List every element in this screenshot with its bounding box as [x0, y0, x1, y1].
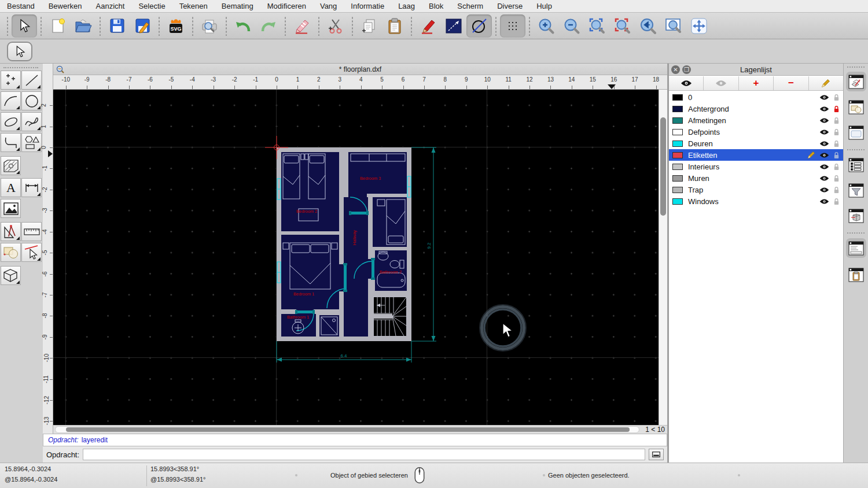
menu-item-modificeren[interactable]: Modificeren — [267, 2, 306, 10]
zoom-previous-button[interactable] — [635, 14, 661, 38]
block-tools[interactable] — [1, 243, 21, 262]
dock-handle[interactable] — [847, 66, 865, 68]
save-as-button[interactable] — [130, 14, 155, 38]
layer-lock-icon[interactable] — [833, 94, 840, 101]
menu-item-vang[interactable]: Vang — [320, 2, 337, 10]
add-layer-button[interactable]: + — [739, 76, 774, 90]
layer-color-swatch[interactable] — [672, 198, 683, 205]
hide-all-layers-button[interactable] — [704, 76, 738, 90]
edit-layer-button[interactable] — [809, 76, 843, 90]
modify-tools[interactable] — [21, 243, 42, 262]
layer-lock-icon[interactable] — [833, 128, 840, 136]
text-tool[interactable]: A — [1, 178, 21, 197]
layer-color-swatch[interactable] — [672, 94, 683, 101]
menu-item-aanzicht[interactable]: Aanzicht — [96, 2, 125, 10]
layer-lock-icon[interactable] — [833, 175, 840, 182]
property-list-dock-button[interactable] — [846, 155, 866, 175]
circle-tool-button[interactable] — [466, 14, 492, 38]
layer-color-swatch[interactable] — [672, 117, 683, 124]
layer-color-swatch[interactable] — [672, 164, 683, 170]
zoom-in-button[interactable] — [534, 14, 559, 38]
spline-tool[interactable] — [21, 112, 42, 131]
layer-row-Afmetingen[interactable]: Afmetingen — [669, 114, 843, 126]
circle-tool[interactable] — [21, 91, 42, 110]
block-list-dock-button[interactable] — [846, 97, 866, 117]
drawing-canvas[interactable]: Bedroom 2 Bedroom 3 Bedroom 1 Bathroom 1… — [53, 90, 659, 425]
horizontal-scrollbar-thumb[interactable] — [66, 427, 630, 432]
layer-color-swatch[interactable] — [672, 187, 683, 193]
layer-row-Deuren[interactable]: Deuren — [669, 138, 843, 149]
layer-row-Trap[interactable]: Trap — [669, 184, 843, 195]
copy-button[interactable] — [356, 14, 382, 38]
pen-edit-button[interactable] — [415, 14, 441, 38]
layer-visible-eye-icon[interactable] — [819, 187, 829, 193]
library-dock-button[interactable] — [846, 206, 866, 225]
layer-visible-eye-icon[interactable] — [819, 129, 829, 135]
layer-color-swatch[interactable] — [672, 152, 683, 158]
layer-visible-eye-icon[interactable] — [819, 152, 829, 158]
layer-list-dock-button[interactable] — [846, 72, 866, 91]
layer-row-Etiketten[interactable]: Etiketten — [669, 149, 843, 161]
menu-item-laag[interactable]: Laag — [398, 2, 415, 10]
redo-button[interactable] — [256, 14, 281, 38]
drawing-window-titlebar[interactable]: * floorplan.dxf — [53, 64, 667, 75]
zoom-selection-button[interactable] — [610, 14, 635, 38]
layer-lock-icon[interactable] — [833, 186, 840, 194]
menu-item-blok[interactable]: Blok — [429, 2, 443, 10]
select-tool-button[interactable] — [12, 14, 37, 38]
arc-tool[interactable] — [1, 91, 21, 110]
menu-item-diverse[interactable]: Diverse — [497, 2, 523, 10]
ellipse-tool[interactable] — [1, 112, 21, 131]
layer-visible-eye-icon[interactable] — [819, 198, 829, 205]
vertical-scrollbar-thumb[interactable] — [660, 117, 666, 216]
undo-button[interactable] — [230, 14, 256, 38]
layer-lock-icon[interactable] — [833, 105, 840, 113]
layer-row-Muren[interactable]: Muren — [669, 172, 843, 184]
layer-visible-eye-icon[interactable] — [819, 175, 829, 182]
solid-3d-tool[interactable] — [1, 266, 21, 285]
layer-row-Defpoints[interactable]: Defpoints — [669, 126, 843, 138]
menu-item-scherm[interactable]: Scherm — [457, 2, 483, 10]
line-tool-button[interactable] — [441, 14, 466, 38]
layer-row-Interieurs[interactable]: Interieurs — [669, 161, 843, 172]
palette-handle[interactable] — [3, 67, 38, 68]
image-tool[interactable] — [1, 199, 21, 218]
dimension-tool[interactable] — [21, 178, 42, 197]
layer-edit-pencil-icon[interactable] — [807, 151, 815, 159]
menu-item-hulp[interactable]: Hulp — [536, 2, 552, 10]
command-input[interactable] — [83, 449, 645, 460]
layer-lock-icon[interactable] — [833, 140, 840, 147]
layer-lock-icon[interactable] — [833, 198, 840, 205]
draw-misc-tool[interactable] — [1, 222, 21, 241]
view-dock-button[interactable] — [846, 123, 866, 142]
pan-button[interactable] — [686, 14, 712, 38]
print-preview-button[interactable] — [197, 14, 222, 38]
zoom-auto-button[interactable] — [584, 14, 610, 38]
vertical-scrollbar[interactable] — [659, 90, 667, 425]
layer-lock-icon[interactable] — [833, 151, 840, 159]
paste-button[interactable] — [382, 14, 407, 38]
layer-row-0[interactable]: 0 — [669, 91, 843, 103]
show-all-layers-button[interactable] — [669, 76, 704, 90]
measure-tool[interactable] — [21, 222, 42, 241]
open-file-button[interactable] — [71, 14, 96, 38]
layer-row-Windows[interactable]: Windows — [669, 195, 843, 207]
menu-item-bemating[interactable]: Bemating — [222, 2, 253, 10]
layer-color-swatch[interactable] — [672, 175, 683, 182]
polyline-tool[interactable] — [1, 133, 21, 152]
layer-lock-icon[interactable] — [833, 163, 840, 171]
filter-dock-button[interactable] — [846, 180, 866, 200]
line-tool[interactable] — [21, 71, 42, 90]
undock-panel-button[interactable]: ❐ — [682, 65, 691, 74]
remove-layer-button[interactable]: − — [774, 76, 808, 90]
layer-lock-icon[interactable] — [833, 117, 840, 124]
hatch-tool[interactable] — [1, 156, 21, 175]
close-panel-button[interactable]: ✕ — [671, 65, 680, 74]
cut-button[interactable] — [323, 14, 348, 38]
points-tool[interactable] — [1, 71, 21, 90]
layer-visible-eye-icon[interactable] — [819, 117, 829, 124]
new-document-button[interactable] — [45, 14, 71, 38]
horizontal-scrollbar[interactable] — [55, 426, 639, 433]
layer-color-swatch[interactable] — [672, 141, 683, 147]
zoom-window-button[interactable] — [661, 14, 686, 38]
